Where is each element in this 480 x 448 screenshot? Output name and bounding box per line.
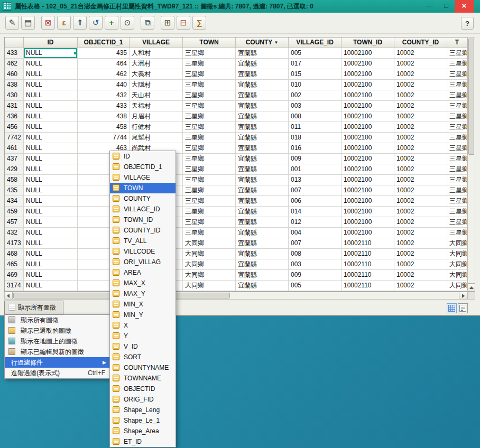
cell-county-id[interactable]: 10002 xyxy=(394,238,447,249)
field-menu-item[interactable]: MAX_Y xyxy=(110,288,176,299)
cell-county-id[interactable]: 10002 xyxy=(394,164,447,175)
delete-field-button[interactable]: ⊟ xyxy=(177,16,190,30)
column-header-objectid1[interactable]: OBJECTID_1 xyxy=(78,38,130,48)
scroll-right-arrow[interactable] xyxy=(459,292,467,299)
field-menu-item[interactable]: V_ID xyxy=(110,341,176,352)
table-row[interactable]: 433 NULL 435 人和村 三星鄉 宜蘭縣 005 10002100 10… xyxy=(5,48,467,59)
cell-town-id[interactable]: 10002110 xyxy=(341,259,394,270)
cell-village-id[interactable]: 015 xyxy=(289,69,341,80)
cell-id[interactable]: NULL xyxy=(24,90,78,101)
table-row[interactable]: 458 NULL 三星鄉 宜蘭縣 013 10002100 10002 三星鄉 xyxy=(5,175,467,185)
cell-county[interactable]: 宜蘭縣 xyxy=(236,185,289,196)
row-number[interactable]: 460 xyxy=(5,69,24,80)
cell-village-id[interactable]: 013 xyxy=(289,175,341,185)
horizontal-scrollbar[interactable] xyxy=(4,292,467,300)
column-header-town-id[interactable]: TOWN_ID xyxy=(341,38,394,48)
cell-town[interactable]: 三星鄉 xyxy=(183,217,236,228)
cell-id[interactable]: NULL xyxy=(24,101,78,111)
table-row[interactable]: 438 NULL 440 大隱村 三星鄉 宜蘭縣 010 10002100 10… xyxy=(5,80,467,90)
cell-id[interactable]: NULL xyxy=(24,196,78,207)
cell-clipped[interactable]: 大同鄉 xyxy=(447,281,467,291)
cell-objectid1[interactable]: 438 xyxy=(78,111,130,122)
field-menu-item[interactable]: ID xyxy=(110,151,176,162)
field-menu-item[interactable]: MIN_Y xyxy=(110,310,176,320)
cell-county-id[interactable]: 10002 xyxy=(394,101,447,111)
toggle-edit-button[interactable]: ✎ xyxy=(5,16,19,30)
cell-town[interactable]: 三星鄉 xyxy=(183,143,236,154)
cell-county[interactable]: 宜蘭縣 xyxy=(236,59,289,69)
cell-village-id[interactable]: 008 xyxy=(289,111,341,122)
cell-village[interactable]: 行健村 xyxy=(130,122,183,133)
cell-village[interactable]: 天福村 xyxy=(130,101,183,111)
row-number[interactable]: 434 xyxy=(5,196,24,207)
cell-county[interactable]: 宜蘭縣 xyxy=(236,143,289,154)
row-number[interactable]: 436 xyxy=(5,111,24,122)
titlebar[interactable]: 屬性表格 - 102_05_21台澎金馬修正村里屬性資料_TWD97_121 :… xyxy=(0,0,480,13)
field-menu-item[interactable]: ET_ID xyxy=(110,436,176,447)
cell-objectid1[interactable]: 464 xyxy=(78,59,130,69)
cell-clipped[interactable]: 三星鄉 xyxy=(447,59,467,69)
cell-town[interactable]: 三星鄉 xyxy=(183,90,236,101)
table-row[interactable]: 460 NULL 462 大義村 三星鄉 宜蘭縣 015 10002100 10… xyxy=(5,69,467,80)
cell-id[interactable]: NULL xyxy=(24,164,78,175)
field-menu-item[interactable]: AREA xyxy=(110,267,176,278)
cell-county-id[interactable]: 10002 xyxy=(394,270,447,281)
cell-town[interactable]: 三星鄉 xyxy=(183,59,236,69)
cell-town-id[interactable]: 10002110 xyxy=(341,270,394,281)
table-row[interactable]: 429 NULL 三星鄉 宜蘭縣 001 10002100 10002 三星鄉 xyxy=(5,164,467,175)
cell-town-id[interactable]: 10002100 xyxy=(341,164,394,175)
table-row[interactable]: 462 NULL 464 大洲村 三星鄉 宜蘭縣 017 10002100 10… xyxy=(5,59,467,69)
field-menu-item[interactable]: COUNTYNAME xyxy=(110,362,176,373)
table-row[interactable]: 469 NULL 大同鄉 宜蘭縣 009 10002110 10002 大同鄉 xyxy=(5,270,467,281)
cell-clipped[interactable]: 三星鄉 xyxy=(447,69,467,80)
vertical-scrollbar[interactable] xyxy=(467,37,475,300)
cell-clipped[interactable]: 大同鄉 xyxy=(447,249,467,259)
menu-item-show-selected-features[interactable]: 顯示已選取的圖徵 xyxy=(5,325,109,336)
cell-town[interactable]: 三星鄉 xyxy=(183,111,236,122)
cell-id[interactable]: NULL xyxy=(24,281,78,291)
cell-village[interactable]: 月眉村 xyxy=(130,111,183,122)
cell-town[interactable]: 三星鄉 xyxy=(183,175,236,185)
table-row[interactable]: 437 NULL 三星鄉 宜蘭縣 009 10002100 10002 三星鄉 xyxy=(5,154,467,164)
cell-town[interactable]: 三星鄉 xyxy=(183,228,236,238)
cell-clipped[interactable]: 三星鄉 xyxy=(447,164,467,175)
cell-county[interactable]: 宜蘭縣 xyxy=(236,228,289,238)
cell-county-id[interactable]: 10002 xyxy=(394,196,447,207)
cell-town[interactable]: 三星鄉 xyxy=(183,80,236,90)
field-menu-item[interactable]: MIN_X xyxy=(110,299,176,310)
field-menu-item[interactable]: Y xyxy=(110,331,176,341)
cell-town-id[interactable]: 10002100 xyxy=(341,228,394,238)
pan-to-selected-button[interactable]: + xyxy=(105,16,118,30)
row-number[interactable]: 459 xyxy=(5,207,24,217)
cell-id[interactable]: NULL xyxy=(24,175,78,185)
cell-county[interactable]: 宜蘭縣 xyxy=(236,207,289,217)
cell-county[interactable]: 宜蘭縣 xyxy=(236,259,289,270)
row-number[interactable]: 469 xyxy=(5,270,24,281)
row-number[interactable]: 437 xyxy=(5,154,24,164)
table-row[interactable]: 465 NULL 大同鄉 宜蘭縣 003 10002110 10002 大同鄉 xyxy=(5,259,467,270)
column-header-county-id[interactable]: COUNTY_ID xyxy=(394,38,447,48)
cell-town[interactable]: 三星鄉 xyxy=(183,122,236,133)
table-row[interactable]: 461 NULL 463 尚武村 三星鄉 宜蘭縣 016 10002100 10… xyxy=(5,143,467,154)
menu-item-show-visible-features[interactable]: 顯示在地圖上的圖徵 xyxy=(5,336,109,347)
cell-clipped[interactable]: 三星鄉 xyxy=(447,196,467,207)
cell-town[interactable]: 三星鄉 xyxy=(183,196,236,207)
field-menu-item[interactable]: TOWNNAME xyxy=(110,373,176,384)
row-number[interactable]: 3174 xyxy=(5,281,24,291)
field-menu-item[interactable]: X xyxy=(110,320,176,331)
cell-town-id[interactable]: 10002100 xyxy=(341,69,394,80)
cell-county-id[interactable]: 10002 xyxy=(394,185,447,196)
field-menu-item[interactable]: TV_ALL xyxy=(110,236,176,246)
row-number[interactable]: 430 xyxy=(5,90,24,101)
cell-clipped[interactable]: 大同鄉 xyxy=(447,270,467,281)
cell-county[interactable]: 宜蘭縣 xyxy=(236,249,289,259)
cell-clipped[interactable]: 三星鄉 xyxy=(447,48,467,59)
row-number[interactable]: 457 xyxy=(5,217,24,228)
field-menu-item[interactable]: Shape_Leng xyxy=(110,405,176,415)
cell-town[interactable]: 三星鄉 xyxy=(183,164,236,175)
cell-clipped[interactable]: 三星鄉 xyxy=(447,207,467,217)
cell-objectid1[interactable]: 458 xyxy=(78,122,130,133)
field-menu-item[interactable]: TOWN xyxy=(110,183,176,193)
cell-county[interactable]: 宜蘭縣 xyxy=(236,48,289,59)
table-row[interactable]: 459 NULL 三星鄉 宜蘭縣 014 10002100 10002 三星鄉 xyxy=(5,207,467,217)
